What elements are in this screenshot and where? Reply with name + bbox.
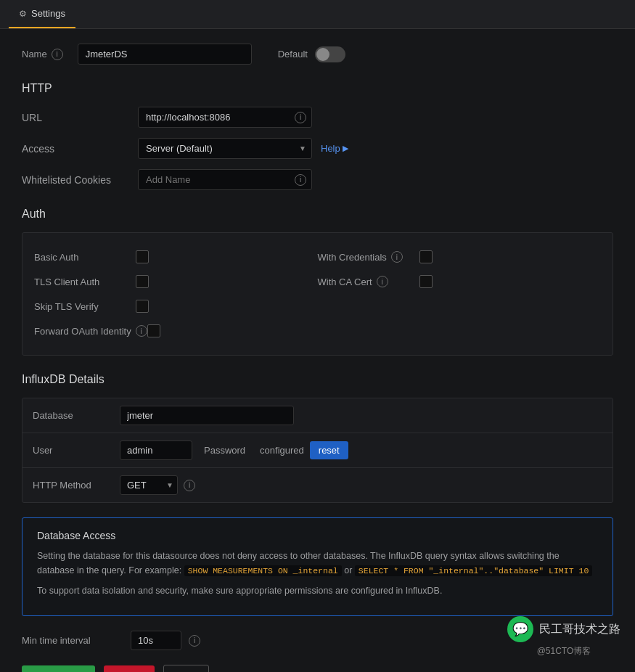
empty-auth-row	[318, 294, 602, 319]
access-select-wrapper: Server (Default) Browser ▼	[138, 138, 312, 159]
delete-button[interactable]: Delete	[104, 665, 155, 672]
skip-tls-label: Skip TLS Verify	[34, 301, 136, 312]
http-method-select[interactable]: GET POST	[120, 475, 178, 495]
default-toggle-wrapper: Default	[278, 46, 345, 62]
whitelisted-label: Whitelisted Cookies	[22, 174, 138, 186]
whitelisted-cookies-input[interactable]	[138, 169, 312, 190]
empty-auth-row2	[318, 319, 602, 343]
name-info-icon[interactable]: i	[52, 49, 63, 60]
user-row: User Password configured reset	[22, 433, 613, 468]
password-configured: configured	[254, 441, 310, 459]
info-box-title: Database Access	[37, 530, 598, 541]
database-row: Database	[22, 398, 613, 433]
http-method-select-wrapper: GET POST ▼	[120, 475, 178, 495]
default-toggle[interactable]	[315, 46, 345, 62]
user-input[interactable]	[120, 441, 192, 460]
footer-buttons: Save & Test Delete Back	[22, 665, 613, 672]
basic-auth-label: Basic Auth	[34, 252, 136, 263]
forward-oauth-label: Forward OAuth Identity i	[34, 325, 147, 337]
tab-bar: ⚙ Settings	[0, 0, 635, 29]
watermark-sub: @51CTO博客	[537, 645, 591, 657]
tls-client-auth-label: TLS Client Auth	[34, 276, 136, 287]
influxdb-grid: Database User Password configured reset …	[22, 398, 613, 503]
with-ca-cert-checkbox[interactable]	[419, 275, 433, 288]
url-info-icon[interactable]: i	[295, 112, 306, 123]
min-time-input[interactable]	[131, 631, 181, 650]
whitelisted-wrapper: i	[138, 169, 312, 190]
with-ca-cert-label: With CA Cert i	[318, 276, 419, 287]
min-time-label: Min time interval	[22, 635, 123, 646]
forward-oauth-info-icon[interactable]: i	[136, 325, 147, 337]
watermark: 💬 民工哥技术之路 @51CTO博客	[507, 616, 620, 657]
auth-grid: Basic Auth With Credentials i TLS Client…	[22, 232, 613, 356]
default-label: Default	[278, 49, 308, 60]
auth-section-title: Auth	[22, 208, 613, 221]
whitelisted-info-icon[interactable]: i	[295, 174, 306, 186]
database-label: Database	[33, 410, 120, 421]
url-row: URL i	[22, 107, 613, 128]
info-box-text3: To support data isolation and security, …	[37, 583, 598, 598]
url-label: URL	[22, 112, 138, 123]
database-input[interactable]	[120, 406, 294, 425]
back-button[interactable]: Back	[163, 665, 209, 672]
url-input[interactable]	[138, 107, 312, 128]
url-input-wrapper: i	[138, 107, 312, 128]
name-row: Name i Default	[22, 44, 613, 65]
help-arrow-icon: ▶	[343, 144, 348, 153]
toggle-knob	[316, 48, 329, 61]
access-row: Access Server (Default) Browser ▼ Help ▶	[22, 138, 613, 159]
http-method-info-icon[interactable]: i	[184, 480, 195, 491]
code-snippet-2: SELECT * FROM "_internal".."database" LI…	[355, 565, 592, 576]
access-label: Access	[22, 143, 138, 155]
tls-client-auth-row: TLS Client Auth	[34, 269, 318, 294]
tls-client-auth-checkbox[interactable]	[136, 275, 149, 288]
with-ca-cert-info-icon[interactable]: i	[377, 276, 388, 287]
password-label: Password	[195, 441, 254, 459]
code-snippet-1: SHOW MEASUREMENTS ON _internal	[184, 565, 342, 576]
settings-icon: ⚙	[19, 9, 27, 19]
info-box: Database Access Setting the database for…	[22, 517, 613, 616]
basic-auth-row: Basic Auth	[34, 245, 318, 269]
name-input[interactable]	[78, 44, 252, 65]
with-ca-cert-row: With CA Cert i	[318, 269, 602, 294]
settings-tab-label: Settings	[31, 8, 65, 19]
http-method-row: HTTP Method GET POST ▼ i	[22, 468, 613, 502]
save-test-button[interactable]: Save & Test	[22, 665, 95, 672]
with-credentials-row: With Credentials i	[318, 245, 602, 269]
reset-button[interactable]: reset	[310, 441, 348, 459]
forward-oauth-row: Forward OAuth Identity i	[34, 319, 318, 343]
watermark-icon: 💬	[507, 616, 533, 642]
min-time-info-icon[interactable]: i	[189, 635, 200, 647]
info-box-text1: Setting the database for this datasource…	[37, 549, 598, 578]
help-link[interactable]: Help ▶	[321, 143, 348, 154]
http-method-label: HTTP Method	[33, 480, 120, 491]
user-label: User	[33, 445, 120, 456]
http-section-title: HTTP	[22, 82, 613, 95]
name-label: Name i	[22, 49, 63, 60]
basic-auth-checkbox[interactable]	[136, 250, 149, 263]
whitelisted-row: Whitelisted Cookies i	[22, 169, 613, 190]
watermark-text: 民工哥技术之路	[539, 622, 620, 637]
main-content: Name i Default HTTP URL i Access Server …	[0, 29, 635, 672]
skip-tls-checkbox[interactable]	[136, 300, 149, 313]
with-credentials-checkbox[interactable]	[419, 250, 433, 263]
influxdb-section-title: InfluxDB Details	[22, 373, 613, 386]
forward-oauth-checkbox[interactable]	[147, 324, 160, 337]
skip-tls-row: Skip TLS Verify	[34, 294, 318, 319]
with-credentials-label: With Credentials i	[318, 251, 419, 263]
settings-tab[interactable]: ⚙ Settings	[9, 0, 75, 28]
access-select[interactable]: Server (Default) Browser	[138, 138, 312, 159]
watermark-top: 💬 民工哥技术之路	[507, 616, 620, 642]
with-credentials-info-icon[interactable]: i	[391, 251, 403, 263]
